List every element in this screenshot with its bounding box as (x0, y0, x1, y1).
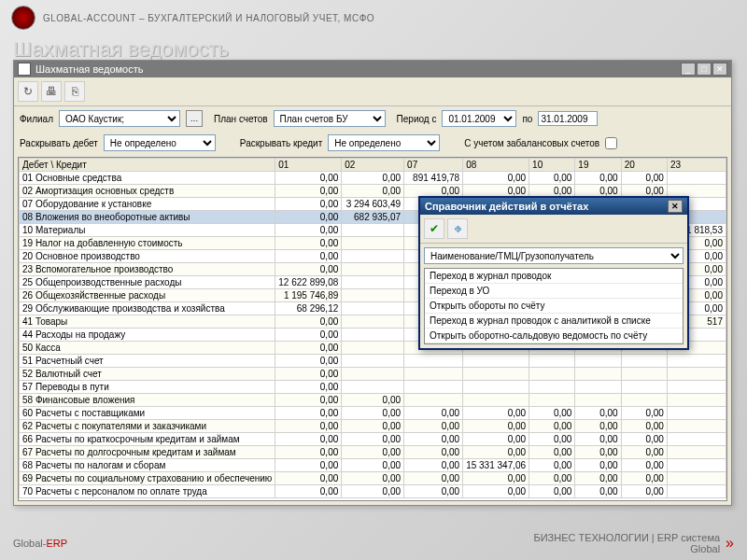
table-row[interactable]: 51 Расчетный счет0,00 (20, 355, 726, 368)
print-icon[interactable]: 🖶 (41, 81, 62, 102)
debit-label: Раскрывать дебет (20, 138, 98, 148)
credit-select[interactable]: Не определено (328, 134, 440, 151)
popup-list-item[interactable]: Переход в журнал проводок с аналитикой в… (425, 314, 683, 329)
credit-label: Раскрывать кредит (240, 138, 322, 148)
popup-list: Переход в журнал проводокПереход в УООтк… (424, 268, 684, 344)
footer-tag1: БИЗНЕС ТЕХНОЛОГИИ | ERP система (533, 532, 720, 543)
actions-popup: Справочник действий в отчётах ✕ ✔ ⎆ Наим… (418, 196, 689, 350)
footer: Global-ERP БИЗНЕС ТЕХНОЛОГИИ | ERP систе… (0, 532, 747, 554)
table-row[interactable]: 60 Расчеты с поставщиками0,000,000,000,0… (20, 407, 726, 420)
popup-list-item[interactable]: Переход в журнал проводок (425, 269, 683, 284)
table-row[interactable]: 62 Расчеты с покупателями и заказчиками0… (20, 420, 726, 433)
window-titlebar[interactable]: Шахматная ведомость _ □ ✕ (14, 61, 731, 77)
footer-tag2: Global (533, 543, 720, 554)
app-header: GLOBAL-ACCOUNT – БУХГАЛТЕРСКИЙ И НАЛОГОВ… (0, 0, 747, 35)
export-icon[interactable]: ⎘ (64, 81, 85, 102)
period-to-input[interactable] (538, 111, 598, 126)
filter-row-1: Филиал ОАО Каустик; … План счетов План с… (14, 106, 731, 131)
period-to-label: по (522, 114, 532, 124)
table-row[interactable]: 52 Валютный счет0,00 (20, 368, 726, 381)
period-from-input[interactable]: 01.01.2009 (442, 110, 516, 127)
popup-list-item[interactable]: Открыть оборотно-сальдовую ведомость по … (425, 329, 683, 343)
app-logo-icon (11, 6, 35, 30)
branch-ellipsis-button[interactable]: … (186, 110, 203, 127)
popup-door-icon[interactable]: ⎆ (447, 218, 468, 239)
popup-select[interactable]: Наименование/ТМЦ/Грузополучатель (424, 247, 684, 264)
table-row[interactable]: 67 Расчеты по долгосрочным кредитам и за… (20, 446, 726, 459)
popup-list-item[interactable]: Открыть обороты по счёту (425, 299, 683, 314)
popup-list-item[interactable]: Переход в УО (425, 284, 683, 299)
table-row[interactable]: 69 Расчеты по социальному страхованию и … (20, 472, 726, 485)
offbalance-label: С учетом забалансовых счетов (464, 138, 599, 148)
close-button[interactable]: ✕ (712, 63, 727, 76)
maximize-button[interactable]: □ (697, 63, 712, 76)
window-title: Шахматная ведомость (35, 63, 143, 75)
popup-title: Справочник действий в отчётах (425, 201, 588, 212)
offbalance-checkbox[interactable] (605, 137, 617, 149)
period-from-label: Период с (397, 114, 437, 124)
table-row[interactable]: 01 Основные средства0,000,00891 419,780,… (20, 172, 726, 185)
table-row[interactable]: 68 Расчеты по налогам и сборам0,000,000,… (20, 459, 726, 472)
refresh-icon[interactable]: ↻ (18, 81, 38, 102)
popup-close-button[interactable]: ✕ (668, 200, 683, 213)
table-row[interactable]: 66 Расчеты по краткосрочным кредитам и з… (20, 433, 726, 446)
popup-titlebar[interactable]: Справочник действий в отчётах ✕ (420, 198, 687, 215)
branch-label: Филиал (20, 114, 53, 124)
popup-ok-icon[interactable]: ✔ (424, 218, 444, 239)
chevron-right-icon: » (726, 535, 734, 552)
toolbar: ↻ 🖶 ⎘ (14, 77, 731, 106)
app-title: GLOBAL-ACCOUNT – БУХГАЛТЕРСКИЙ И НАЛОГОВ… (43, 13, 374, 23)
window-icon (18, 63, 31, 76)
plan-select[interactable]: План счетов БУ (274, 110, 386, 127)
filter-row-2: Раскрывать дебет Не определено Раскрыват… (14, 131, 731, 155)
plan-label: План счетов (214, 114, 268, 124)
minimize-button[interactable]: _ (681, 63, 696, 76)
footer-brand-erp: ERP (46, 538, 67, 549)
debit-select[interactable]: Не определено (104, 134, 216, 151)
popup-toolbar: ✔ ⎆ (420, 215, 687, 244)
table-row[interactable]: 57 Переводы в пути0,00 (20, 381, 726, 394)
table-row[interactable]: 58 Финансовые вложения0,000,00 (20, 394, 726, 407)
footer-brand: Global- (13, 538, 46, 549)
table-row[interactable]: 70 Расчеты с персоналом по оплате труда0… (20, 485, 726, 498)
branch-select[interactable]: ОАО Каустик; (59, 110, 180, 127)
